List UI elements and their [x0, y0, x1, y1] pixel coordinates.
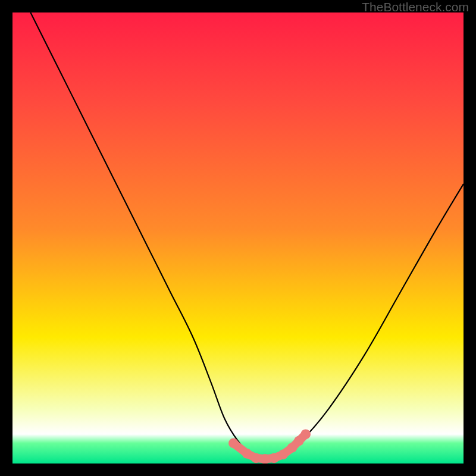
valley-marker [300, 429, 311, 439]
gradient-background [12, 12, 464, 464]
bottleneck-chart [12, 12, 464, 464]
plot-area [12, 12, 464, 464]
chart-stage: TheBottleneck.com [0, 0, 476, 476]
